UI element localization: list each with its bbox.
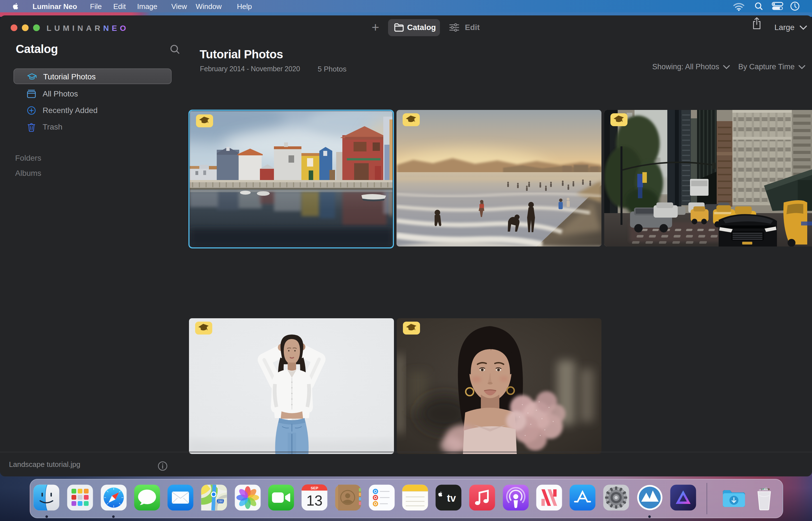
svg-text:SEP: SEP [311, 486, 318, 490]
svg-text:tv: tv [447, 492, 456, 504]
svg-text:280: 280 [218, 500, 223, 503]
svg-text:13: 13 [306, 492, 323, 509]
